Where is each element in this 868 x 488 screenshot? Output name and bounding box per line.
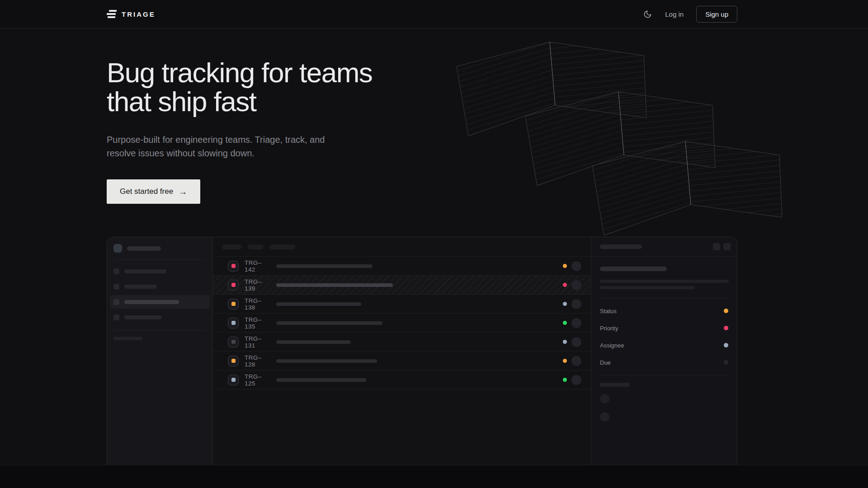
field-value-dot [724,360,728,365]
issue-id: TRG–131 [245,335,272,349]
theme-toggle-button[interactable] [642,9,652,19]
section-label-skeleton [113,337,142,340]
sidebar-nav-item [110,280,210,293]
issue-title-skeleton [276,264,373,268]
priority-icon [228,318,239,328]
status-dot [563,321,567,325]
assignee-avatar [571,337,581,347]
nav-item-label-skeleton [124,315,162,319]
sidebar-nav-item [110,310,210,324]
panel-button-skeleton [723,243,731,250]
assignee-avatar [571,318,581,328]
issue-row: TRG–131 [213,333,591,352]
mockup-detail-panel: Status Priority Assignee [591,237,737,465]
workspace-name-skeleton [127,246,161,251]
issue-row: TRG–142 [213,257,591,276]
issue-title-skeleton [276,321,382,325]
issue-title-skeleton [276,340,351,344]
status-dot [563,359,567,363]
mockup-sidebar [107,237,213,465]
issue-id: TRG–139 [245,278,272,292]
nav-item-icon-skeleton [113,299,119,305]
field-label: Priority [600,325,618,332]
issue-id: TRG–142 [245,259,272,273]
issue-heading-skeleton [600,267,667,271]
priority-icon [228,375,239,385]
brand-logo[interactable]: TRIAGE [107,10,156,18]
activity-label-skeleton [600,383,630,387]
priority-icon [228,280,239,291]
issue-row: TRG–128 [213,352,591,371]
comment-avatar-skeleton [600,412,609,422]
nav-item-icon-skeleton [113,268,119,274]
workspace-row [107,244,212,253]
status-dot [563,378,567,382]
hero-title: Bug tracking for teams that ship fast [107,58,868,116]
status-dot [563,302,567,306]
panel-body: Status Priority Assignee [591,267,737,422]
footer [0,465,868,488]
priority-icon [228,337,239,347]
landing-page: TRIAGE Log in Sign up Bug tracking for t… [0,0,868,488]
filter-pill-skeleton [269,244,295,249]
field-label: Status [600,308,617,314]
field-row: Assignee [600,337,728,354]
field-row: Status [600,302,728,319]
nav-item-icon-skeleton [113,284,119,290]
nav-actions: Log in Sign up [642,6,737,23]
filter-pill-skeleton [222,244,242,249]
field-value-dot [724,326,728,330]
priority-icon [228,299,239,310]
top-nav: TRIAGE Log in Sign up [0,0,868,28]
issue-title-skeleton [276,378,366,382]
assignee-avatar [571,299,581,309]
panel-divider [600,298,728,299]
sidebar-nav [107,264,212,324]
field-row: Priority [600,319,728,337]
nav-item-label-skeleton [124,300,179,304]
status-dot [563,283,567,287]
panel-button-skeleton [713,243,720,250]
workspace-icon [113,244,122,253]
issue-id: TRG–125 [245,373,272,387]
nav-item-icon-skeleton [113,314,119,320]
sidebar-divider [113,259,206,260]
signup-button[interactable]: Sign up [696,6,737,23]
panel-header-buttons [713,243,731,250]
panel-header [591,237,737,257]
comment-avatar-skeleton [600,394,609,404]
issue-title-skeleton [276,302,361,306]
field-value-dot [724,343,728,347]
arrow-right-icon: → [179,188,187,196]
sidebar-nav-item [110,295,210,309]
nav-item-label-skeleton [124,269,166,273]
cta-label: Get started free [120,187,173,196]
field-row: Due [600,354,728,371]
get-started-button[interactable]: Get started free → [107,179,200,204]
filter-pill-skeleton [248,244,264,249]
moon-icon [643,10,652,19]
description-line-skeleton [600,286,695,289]
issue-row: TRG–138 [213,295,591,314]
assignee-avatar [571,356,581,366]
field-list: Status Priority Assignee [600,302,728,371]
assignee-avatar [571,261,581,271]
field-label: Assignee [600,342,624,349]
description-line-skeleton [600,280,729,283]
issue-row: TRG–139 [213,276,591,295]
triage-logo-icon [107,10,117,18]
assignee-avatar [571,280,581,290]
hero-subtitle: Purpose-built for engineering teams. Tri… [107,133,868,160]
issue-id: TRG–138 [245,297,272,311]
issue-row: TRG–125 [213,371,591,389]
app-mockup-card: TRG–142 TRG–139 TRG–138 [107,237,737,465]
field-label: Due [600,359,611,366]
status-dot [563,264,567,268]
sidebar-nav-item [110,264,210,278]
assignee-avatar [571,375,581,385]
login-link[interactable]: Log in [665,10,684,18]
nav-item-label-skeleton [124,285,157,289]
issue-id: TRG–128 [245,354,272,368]
list-header [213,237,591,257]
status-dot [563,340,567,344]
